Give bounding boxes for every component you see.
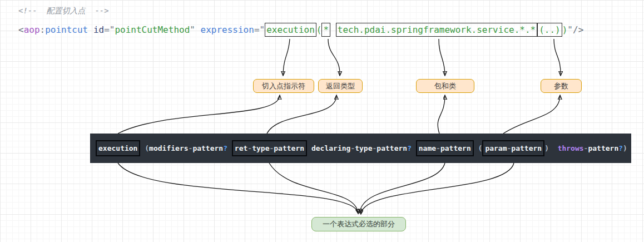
arrow-execution-to-designator bbox=[283, 39, 290, 75]
arrow-bar-name-to-package-class bbox=[438, 96, 445, 134]
arrow-rettype-to-note bbox=[269, 163, 358, 213]
arrow-bar-param-to-params bbox=[503, 96, 560, 134]
arrow-package-to-package-class bbox=[439, 39, 445, 75]
required-part-note: 一个表达式必选的部分 bbox=[311, 217, 406, 231]
pattern-bar-code: execution (modifiers-pattern? ret-type-p… bbox=[96, 145, 627, 152]
callout-package-class: 包和类 bbox=[416, 79, 474, 93]
arrow-args-to-params bbox=[554, 39, 561, 75]
diagram-canvas: <!-- 配置切入点 --> <aop:pointcut id="pointCu… bbox=[0, 0, 644, 242]
xml-pointcut-line: <aop:pointcut id="pointCutMethod" expres… bbox=[18, 24, 583, 35]
arrow-star-to-return-type bbox=[328, 39, 340, 75]
arrow-param-to-note bbox=[361, 163, 514, 214]
arrow-bar-rettype-to-return-type bbox=[267, 96, 336, 134]
arrows-bar-to-note bbox=[118, 163, 514, 214]
callout-return-type: 返回类型 bbox=[318, 79, 363, 93]
arrow-name-to-note bbox=[360, 163, 445, 213]
xml-comment-line: <!-- 配置切入点 --> bbox=[18, 6, 109, 16]
arrow-execution-to-note bbox=[118, 163, 358, 213]
arrow-bar-execution-to-designator bbox=[118, 96, 280, 134]
arrows-bar-to-callouts bbox=[118, 96, 560, 134]
callout-params: 参数 bbox=[541, 79, 582, 93]
expression-pattern-bar: execution (modifiers-pattern? ret-type-p… bbox=[90, 134, 631, 163]
callout-pointcut-designator: 切入点指示符 bbox=[253, 79, 314, 93]
arrows-xml-to-callouts bbox=[283, 39, 561, 75]
